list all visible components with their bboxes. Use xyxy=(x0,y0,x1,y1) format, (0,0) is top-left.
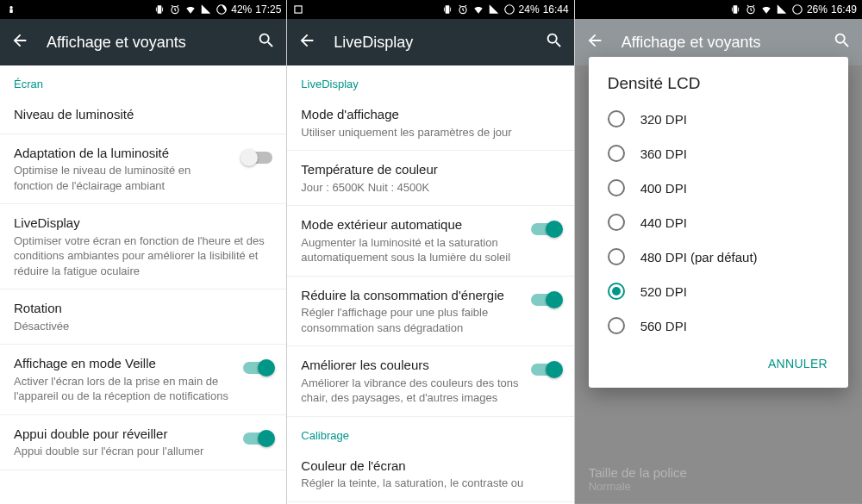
radio-label: 400 DPI xyxy=(640,181,687,196)
radio-label: 480 DPI (par défaut) xyxy=(640,250,758,264)
setting-title: Affichage en mode Veille xyxy=(14,355,233,372)
radio-560[interactable]: 560 DPI xyxy=(589,308,848,343)
toggle-outdoor-mode[interactable] xyxy=(531,223,560,235)
back-icon[interactable] xyxy=(10,31,29,53)
setting-title: LiveDisplay xyxy=(14,215,272,232)
setting-title: Mode d'affichage xyxy=(301,106,559,123)
setting-reduce-power[interactable]: Réduire la consommation d'énergie Régler… xyxy=(287,277,573,347)
setting-screen-color[interactable]: Couleur de l'écran Régler la teinte, la … xyxy=(287,447,573,502)
setting-title: Réduire la consommation d'énergie xyxy=(301,287,520,304)
svg-point-12 xyxy=(504,5,514,15)
setting-sub: Optimise le niveau de luminosité en fonc… xyxy=(14,163,233,193)
radio-icon xyxy=(608,317,625,334)
dialog-lcd-density: Densité LCD 320 DPI 360 DPI 400 DPI 440 … xyxy=(589,57,848,388)
radio-label: 560 DPI xyxy=(640,319,687,333)
wifi-icon xyxy=(472,3,484,16)
setting-sub: Optimiser votre écran en fonction de l'h… xyxy=(14,233,272,279)
clock: 17:25 xyxy=(255,3,281,16)
signal-icon xyxy=(488,3,500,16)
battery-icon xyxy=(216,3,228,16)
clock: 16:49 xyxy=(831,3,857,16)
svg-point-0 xyxy=(9,6,13,9)
cancel-button[interactable]: ANNULER xyxy=(758,350,838,377)
wifi-icon xyxy=(184,3,197,16)
setting-brightness[interactable]: Niveau de luminosité xyxy=(0,96,286,134)
section-header-calibrage: Calibrage xyxy=(287,417,573,447)
setting-title: Couleur de l'écran xyxy=(301,457,559,475)
radio-440[interactable]: 440 DPI xyxy=(589,205,848,240)
radio-360[interactable]: 360 DPI xyxy=(589,136,848,171)
svg-rect-3 xyxy=(156,8,157,12)
toggle-adaptive-brightness[interactable] xyxy=(243,152,272,164)
toolbar-title: Affichage et voyants xyxy=(622,34,815,52)
setting-double-tap-wake[interactable]: Appui double pour réveiller Appui double… xyxy=(0,415,286,470)
settings-list[interactable]: LiveDisplay Mode d'affichage Utiliser un… xyxy=(287,65,573,504)
panel-display-settings: 42% 17:25 Affichage et voyants Écran Niv… xyxy=(0,0,287,504)
svg-rect-13 xyxy=(734,5,738,13)
setting-sub: Appui double sur l'écran pour l'allumer xyxy=(14,444,233,459)
setting-title: Améliorer les couleurs xyxy=(301,357,520,374)
setting-title: Niveau de luminosité xyxy=(14,106,272,123)
radio-icon xyxy=(608,179,625,196)
setting-livedisplay[interactable]: LiveDisplay Optimiser votre écran en fon… xyxy=(0,204,286,289)
radio-icon xyxy=(608,248,625,265)
radio-520[interactable]: 520 DPI xyxy=(589,274,848,308)
setting-title: Mode extérieur automatique xyxy=(301,216,520,233)
alarm-icon xyxy=(745,3,757,16)
alarm-icon xyxy=(169,3,181,16)
svg-rect-4 xyxy=(162,8,163,12)
setting-sub: Utiliser uniquement les paramètres de jo… xyxy=(301,125,559,140)
setting-sub: Régler la teinte, la saturation, le cont… xyxy=(301,476,559,491)
panel-density-dialog: 26% 16:49 Affichage et voyants Taille de… xyxy=(575,0,862,504)
dialog-title: Densité LCD xyxy=(589,74,848,102)
setting-font-size-bg: Taille de la police Normale xyxy=(575,455,862,504)
section-header-livedisplay: LiveDisplay xyxy=(287,65,573,96)
signal-icon xyxy=(776,3,788,16)
setting-outdoor-mode[interactable]: Mode extérieur automatique Augmenter la … xyxy=(287,206,573,277)
toolbar: LiveDisplay xyxy=(287,19,573,65)
setting-enhance-colors[interactable]: Améliorer les couleurs Améliorer la vibr… xyxy=(287,346,573,417)
setting-sub: Jour : 6500K Nuit : 4500K xyxy=(301,180,559,196)
toolbar-title: LiveDisplay xyxy=(334,34,527,52)
section-header-ecran: Écran xyxy=(0,65,286,96)
setting-adaptive-brightness[interactable]: Adaptation de la luminosité Optimise le … xyxy=(0,134,286,205)
search-icon xyxy=(833,31,852,53)
toggle-ambient-display[interactable] xyxy=(243,362,272,374)
radio-icon xyxy=(608,214,625,231)
clock: 16:44 xyxy=(543,3,569,16)
setting-display-mode[interactable]: Mode d'affichage Utiliser uniquement les… xyxy=(287,96,573,151)
svg-point-17 xyxy=(793,5,803,15)
toggle-enhance-colors[interactable] xyxy=(531,364,560,376)
svg-rect-14 xyxy=(732,8,733,12)
setting-title: Rotation xyxy=(14,300,272,317)
status-bar: 42% 17:25 xyxy=(0,0,286,19)
radio-label: 440 DPI xyxy=(640,215,687,230)
setting-rotation[interactable]: Rotation Désactivée xyxy=(0,289,286,345)
setting-sub: Augmenter la luminosité et la saturation… xyxy=(301,235,520,265)
radio-480[interactable]: 480 DPI (par défaut) xyxy=(589,240,848,274)
svg-rect-8 xyxy=(445,5,449,13)
settings-list[interactable]: Écran Niveau de luminosité Adaptation de… xyxy=(0,65,286,504)
svg-rect-10 xyxy=(450,8,451,12)
setting-title: Température de couleur xyxy=(301,161,559,178)
status-bar: 26% 16:49 xyxy=(575,0,862,19)
alarm-icon xyxy=(457,3,469,16)
search-icon[interactable] xyxy=(257,31,276,53)
setting-title: Adaptation de la luminosité xyxy=(14,145,233,162)
radio-320[interactable]: 320 DPI xyxy=(589,102,848,136)
setting-color-temp[interactable]: Température de couleur Jour : 6500K Nuit… xyxy=(287,151,573,206)
panel-livedisplay: 24% 16:44 LiveDisplay LiveDisplay Mode d… xyxy=(287,0,574,504)
svg-rect-1 xyxy=(9,9,13,13)
setting-ambient-display[interactable]: Affichage en mode Veille Activer l'écran… xyxy=(0,345,286,415)
toggle-double-tap-wake[interactable] xyxy=(243,432,272,445)
radio-label: 520 DPI xyxy=(640,284,687,299)
svg-rect-2 xyxy=(158,5,162,13)
radio-400[interactable]: 400 DPI xyxy=(589,171,848,205)
toggle-reduce-power[interactable] xyxy=(531,294,560,306)
screenshot-icon xyxy=(292,3,304,16)
vibrate-icon xyxy=(441,3,453,16)
battery-percent: 24% xyxy=(519,3,540,16)
back-icon[interactable] xyxy=(297,31,316,53)
search-icon[interactable] xyxy=(545,31,564,53)
battery-icon xyxy=(503,3,515,16)
